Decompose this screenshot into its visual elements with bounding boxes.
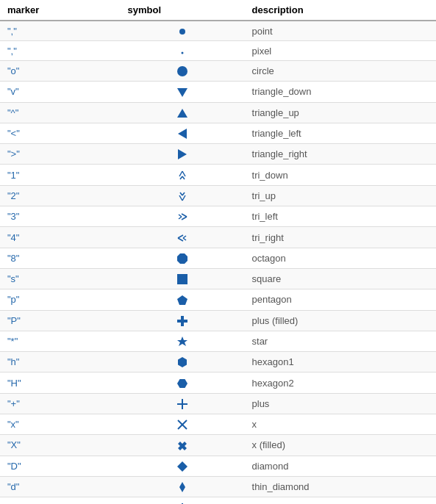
marker-cell: "P" — [0, 310, 121, 331]
col-header-description: description — [245, 0, 436, 21]
description-cell: x (filled) — [245, 435, 436, 456]
description-cell: triangle_left — [245, 123, 436, 143]
table-row: "3" tri_left — [0, 206, 436, 227]
table-row: "h"hexagon1 — [0, 352, 436, 372]
symbol-cell — [121, 372, 245, 393]
symbol-cell — [121, 248, 245, 268]
description-cell: star — [245, 331, 436, 351]
table-row: "<"triangle_left — [0, 123, 436, 143]
svg-line-11 — [179, 195, 182, 201]
marker-cell: "h" — [0, 352, 121, 372]
symbol-cell — [121, 21, 245, 41]
svg-marker-6 — [178, 149, 187, 159]
marker-cell: "2" — [0, 185, 121, 206]
marker-cell: "s" — [0, 268, 121, 289]
marker-cell: "H" — [0, 372, 121, 393]
symbol-cell — [121, 123, 245, 143]
description-cell: triangle_up — [245, 102, 436, 123]
description-cell: tri_right — [245, 227, 436, 248]
svg-marker-4 — [177, 109, 187, 118]
symbol-cell — [121, 185, 245, 206]
marker-cell: "p" — [0, 289, 121, 310]
svg-marker-3 — [177, 88, 187, 97]
description-cell: circle — [245, 61, 436, 82]
table-row: "1" tri_down — [0, 165, 436, 185]
svg-marker-23 — [177, 253, 187, 264]
table-row: "|"vline — [0, 497, 436, 504]
svg-line-10 — [182, 176, 185, 179]
description-cell: thin_diamond — [245, 476, 436, 497]
symbol-cell — [121, 82, 245, 102]
svg-line-8 — [182, 171, 185, 176]
symbol-cell — [121, 435, 245, 456]
marker-cell: "+" — [0, 393, 121, 414]
marker-cell: "3" — [0, 206, 121, 227]
svg-point-1 — [182, 52, 184, 54]
marker-cell: "1" — [0, 165, 121, 185]
svg-line-14 — [182, 192, 185, 195]
marker-cell: "X" — [0, 435, 121, 456]
table-row: "8"octagon — [0, 248, 436, 268]
svg-marker-5 — [178, 129, 187, 139]
description-cell: pixel — [245, 41, 436, 61]
svg-marker-35 — [177, 461, 187, 472]
symbol-cell — [121, 331, 245, 351]
table-row: "s"square — [0, 268, 436, 289]
marker-cell: "*" — [0, 331, 121, 351]
table-row: "X" x (filled) — [0, 435, 436, 456]
svg-line-16 — [182, 217, 187, 220]
marker-cell: "8" — [0, 248, 121, 268]
marker-cell: "," — [0, 21, 121, 41]
description-cell: plus (filled) — [245, 310, 436, 331]
table-row: ","pixel — [0, 41, 436, 61]
svg-marker-28 — [178, 357, 187, 367]
marker-cell: "4" — [0, 227, 121, 248]
table-row: "x" x — [0, 414, 436, 435]
table-row: "v"triangle_down — [0, 82, 436, 102]
svg-marker-34 — [178, 442, 187, 450]
marker-cell: "x" — [0, 414, 121, 435]
table-row: "2" tri_up — [0, 185, 436, 206]
svg-line-7 — [179, 171, 182, 176]
table-row: "*"star — [0, 331, 436, 351]
description-cell: vline — [245, 497, 436, 504]
symbol-cell — [121, 268, 245, 289]
symbol-cell — [121, 393, 245, 414]
symbol-cell — [121, 206, 245, 227]
svg-line-18 — [179, 217, 182, 219]
marker-cell: "v" — [0, 82, 121, 102]
svg-marker-36 — [179, 482, 185, 492]
description-cell: point — [245, 21, 436, 41]
marker-cell: "<" — [0, 123, 121, 143]
symbol-cell — [121, 414, 245, 435]
symbol-cell — [121, 456, 245, 476]
description-cell: tri_left — [245, 206, 436, 227]
description-cell: octagon — [245, 248, 436, 268]
table-row: ">"triangle_right — [0, 144, 436, 165]
svg-line-20 — [178, 238, 183, 241]
markers-table: marker symbol description ","point","pix… — [0, 0, 436, 504]
table-row: "o"circle — [0, 61, 436, 82]
description-cell: hexagon1 — [245, 352, 436, 372]
description-cell: hexagon2 — [245, 372, 436, 393]
description-cell: triangle_right — [245, 144, 436, 165]
description-cell: pentagon — [245, 289, 436, 310]
table-row: "D"diamond — [0, 456, 436, 476]
symbol-cell — [121, 144, 245, 165]
svg-marker-26 — [177, 316, 187, 326]
symbol-cell — [121, 310, 245, 331]
table-row: "+" plus — [0, 393, 436, 414]
svg-line-15 — [182, 214, 187, 217]
marker-cell: "," — [0, 41, 121, 61]
symbol-cell — [121, 165, 245, 185]
marker-cell: "|" — [0, 497, 121, 504]
table-row: "p"pentagon — [0, 289, 436, 310]
table-row: "P" plus (filled) — [0, 310, 436, 331]
symbol-cell — [121, 102, 245, 123]
svg-marker-27 — [177, 336, 187, 346]
svg-point-2 — [177, 66, 187, 76]
svg-line-19 — [178, 235, 183, 238]
svg-line-12 — [182, 195, 185, 201]
col-header-symbol: symbol — [121, 0, 245, 21]
marker-cell: ">" — [0, 144, 121, 165]
